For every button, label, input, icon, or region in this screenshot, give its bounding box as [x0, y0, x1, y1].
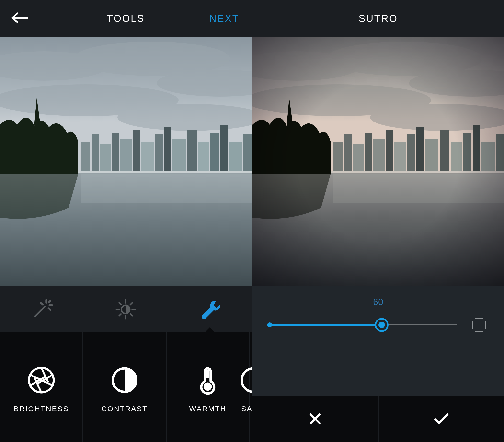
svg-rect-61 — [425, 139, 438, 172]
svg-rect-11 — [120, 139, 132, 172]
saturation-icon — [239, 365, 252, 395]
svg-rect-78 — [485, 329, 486, 332]
svg-line-37 — [130, 314, 132, 316]
svg-rect-13 — [142, 142, 154, 172]
svg-point-47 — [326, 42, 483, 76]
svg-rect-21 — [229, 142, 242, 172]
filter-header: SUTRO — [252, 0, 504, 37]
tool-label: BRIGHTNESS — [14, 405, 69, 413]
svg-rect-45 — [252, 37, 504, 174]
page-title: SUTRO — [359, 13, 398, 24]
slider-track-fill — [270, 324, 382, 326]
svg-rect-62 — [440, 130, 450, 172]
svg-rect-22 — [243, 135, 252, 172]
tools-editor-screen: TOOLS NEXT — [0, 0, 252, 442]
svg-rect-65 — [473, 125, 480, 172]
tool-brightness[interactable]: BRIGHTNESS — [0, 332, 83, 442]
lux-icon — [114, 298, 137, 321]
svg-rect-58 — [394, 142, 406, 172]
confirm-bar — [252, 395, 504, 442]
magic-wand-icon — [30, 298, 54, 321]
frame-icon — [471, 317, 487, 333]
svg-point-42 — [204, 382, 212, 391]
photo-preview-filtered[interactable] — [252, 37, 504, 286]
svg-rect-54 — [353, 144, 363, 172]
svg-rect-8 — [92, 135, 99, 172]
svg-rect-23 — [78, 171, 252, 173]
slider-start-dot — [267, 323, 272, 327]
confirm-button[interactable] — [379, 395, 504, 442]
check-icon — [433, 411, 450, 426]
close-icon — [308, 411, 323, 426]
svg-line-29 — [48, 308, 50, 310]
svg-rect-63 — [451, 142, 462, 172]
svg-line-38 — [130, 303, 132, 305]
back-button[interactable] — [11, 12, 28, 25]
contrast-icon — [110, 365, 139, 395]
svg-rect-75 — [472, 318, 473, 321]
tool-label: SATU — [241, 405, 252, 413]
svg-rect-19 — [210, 133, 219, 172]
svg-rect-55 — [364, 133, 372, 172]
slider-thumb[interactable] — [375, 318, 389, 332]
svg-rect-9 — [100, 144, 111, 172]
svg-line-25 — [35, 306, 45, 316]
thermometer-icon — [193, 365, 222, 395]
photo-preview[interactable] — [0, 37, 252, 286]
next-button[interactable]: NEXT — [209, 13, 239, 24]
svg-rect-53 — [344, 135, 352, 172]
page-title: TOOLS — [107, 13, 145, 24]
svg-rect-18 — [198, 142, 209, 172]
wrench-icon — [198, 298, 221, 321]
tool-label: WARMTH — [189, 405, 226, 413]
tab-tools-wrench[interactable] — [198, 298, 221, 321]
svg-rect-70 — [473, 319, 486, 331]
svg-line-36 — [119, 303, 121, 305]
svg-rect-16 — [173, 139, 186, 172]
svg-rect-66 — [481, 142, 495, 172]
svg-line-30 — [49, 301, 50, 302]
svg-rect-56 — [373, 139, 385, 172]
svg-point-48 — [409, 70, 504, 97]
tools-header: TOOLS NEXT — [0, 0, 252, 37]
tool-saturation[interactable]: SATU — [250, 332, 252, 442]
svg-rect-10 — [112, 133, 119, 172]
svg-rect-68 — [331, 171, 504, 173]
filter-strength-screen: SUTRO — [252, 0, 504, 442]
svg-rect-67 — [496, 135, 504, 172]
edit-mode-tabs — [0, 286, 252, 332]
svg-point-44 — [242, 368, 252, 392]
svg-rect-51 — [252, 172, 504, 286]
svg-rect-7 — [81, 142, 90, 172]
svg-rect-17 — [187, 130, 197, 172]
frame-toggle[interactable] — [471, 317, 487, 333]
tool-strip[interactable]: BRIGHTNESS CONTRAST WARMTH — [0, 332, 252, 442]
svg-line-28 — [41, 303, 43, 305]
svg-rect-24 — [81, 174, 252, 203]
tool-label: CONTRAST — [101, 405, 147, 413]
svg-point-46 — [252, 51, 360, 81]
tool-warmth[interactable]: WARMTH — [167, 332, 250, 442]
svg-rect-64 — [463, 133, 471, 172]
svg-rect-76 — [485, 318, 486, 321]
filter-slider-panel: 60 — [252, 286, 504, 442]
svg-rect-15 — [164, 127, 171, 172]
filter-strength-slider[interactable] — [270, 318, 457, 332]
tab-lux[interactable] — [114, 298, 137, 321]
tool-contrast[interactable]: CONTRAST — [83, 332, 166, 442]
slider-value-label: 60 — [252, 286, 504, 307]
svg-rect-12 — [133, 130, 140, 172]
svg-point-50 — [370, 104, 504, 131]
svg-rect-52 — [333, 142, 342, 172]
svg-rect-20 — [220, 125, 228, 172]
svg-point-49 — [252, 84, 431, 116]
aperture-icon — [27, 365, 56, 395]
svg-line-39 — [119, 314, 121, 316]
svg-rect-14 — [155, 135, 163, 172]
tab-magic-wand[interactable] — [30, 298, 54, 321]
svg-rect-69 — [333, 174, 504, 203]
svg-rect-60 — [416, 127, 424, 172]
active-tab-pointer — [204, 327, 215, 333]
svg-rect-77 — [472, 329, 473, 332]
cancel-button[interactable] — [252, 395, 379, 442]
